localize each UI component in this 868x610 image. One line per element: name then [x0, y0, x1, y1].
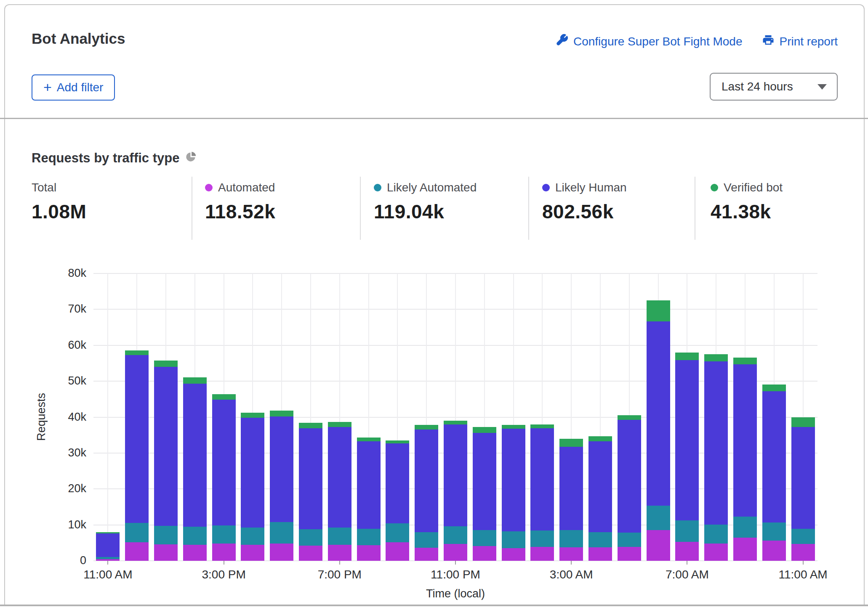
bar-segment-verified-bot [791, 417, 815, 427]
bar-segment-automated [675, 542, 699, 561]
bar-segment-verified-bot [212, 394, 236, 400]
bar-segment-automated [791, 544, 815, 561]
bar-segment-automated [125, 542, 149, 561]
bar-segment-likely-automated [212, 525, 236, 544]
bar-segment-likely-automated [299, 529, 322, 546]
bar-segment-likely-automated [647, 506, 670, 530]
bar-segment-likely-automated [791, 529, 815, 544]
bar-segment-verified-bot [154, 361, 178, 367]
bar-segment-likely-human [154, 367, 178, 526]
bar-segment-automated [183, 545, 207, 561]
y-tick-label: 10k [53, 518, 86, 531]
bar-segment-likely-human [675, 360, 699, 521]
bar-segment-verified-bot [328, 422, 351, 427]
bar-segment-likely-human [588, 441, 612, 532]
bar-segment-likely-automated [618, 533, 641, 547]
x-tick-mark [224, 561, 224, 565]
bar-segment-likely-human [444, 424, 467, 526]
bar-segment-likely-automated [415, 532, 438, 548]
bar-segment-automated [299, 546, 322, 561]
bar-segment-automated [386, 542, 409, 561]
bar-segment-automated [647, 530, 670, 561]
bar-segment-verified-bot [96, 532, 120, 533]
bar-segment-automated [733, 538, 757, 561]
x-tick-label: 11:00 PM [422, 568, 489, 581]
x-tick-mark [107, 561, 108, 565]
bar-segment-likely-human [96, 533, 120, 557]
bar-segment-automated [473, 546, 496, 561]
bar-segment-automated [444, 544, 467, 561]
bar-segment-automated [415, 548, 438, 561]
y-tick-label: 0 [53, 554, 86, 567]
bar-segment-likely-human [762, 391, 786, 522]
bar-segment-verified-bot [502, 425, 525, 429]
bar-segment-automated [241, 545, 264, 561]
bar-segment-likely-human [357, 441, 381, 529]
bar-segment-likely-human [241, 418, 264, 528]
bar-segment-likely-automated [125, 523, 149, 542]
bar-segment-automated [328, 545, 351, 561]
bar-segment-likely-human [212, 400, 236, 526]
requests-by-traffic-type-chart[interactable]: Requests Time (local) 010k20k30k40k50k60… [0, 0, 868, 610]
bar-segment-verified-bot [559, 439, 583, 447]
bar-segment-verified-bot [733, 358, 757, 364]
y-tick-label: 30k [53, 446, 86, 459]
bar-segment-verified-bot [647, 300, 670, 321]
bar-segment-verified-bot [473, 427, 496, 433]
bar-segment-automated [704, 544, 728, 561]
bar-segment-likely-human [125, 355, 149, 523]
bar-segment-verified-bot [357, 438, 381, 441]
bar-segment-verified-bot [125, 350, 149, 355]
bar-segment-automated [618, 547, 641, 561]
bar-segment-likely-human [618, 420, 641, 532]
bar-segment-verified-bot [588, 436, 612, 441]
bar-segment-automated [530, 547, 554, 561]
bar-segment-verified-bot [618, 415, 641, 420]
bar-segment-likely-human [502, 429, 525, 531]
bar-segment-likely-automated [733, 517, 757, 538]
bar-segment-likely-automated [502, 531, 525, 548]
bar-segment-likely-human [299, 428, 322, 529]
y-tick-label: 80k [53, 267, 86, 280]
bar-segment-likely-automated [357, 529, 381, 545]
bar-segment-likely-human [647, 321, 670, 506]
bar-segment-likely-human [733, 364, 757, 517]
bar-segment-likely-human [386, 443, 409, 523]
bar-segment-likely-human [270, 416, 293, 522]
x-tick-mark [455, 561, 456, 565]
y-tick-label: 70k [53, 302, 86, 316]
bar-segment-likely-automated [473, 530, 496, 546]
x-tick-label: 3:00 PM [190, 568, 258, 581]
x-tick-label: 11:00 AM [74, 568, 141, 581]
gridline [107, 273, 108, 561]
bar-segment-verified-bot [704, 354, 728, 361]
bar-segment-likely-automated [588, 532, 612, 548]
y-axis-title: Requests [35, 375, 48, 459]
bar-segment-verified-bot [530, 424, 554, 428]
bar-segment-verified-bot [675, 353, 699, 360]
bar-segment-likely-human [704, 361, 728, 525]
bar-segment-verified-bot [415, 425, 438, 429]
bar-segment-likely-automated [183, 527, 207, 545]
bar-segment-likely-human [183, 384, 207, 527]
y-tick-label: 40k [53, 411, 86, 424]
x-tick-mark [571, 561, 572, 565]
bar-segment-likely-automated [270, 522, 293, 544]
bar-segment-likely-human [530, 428, 554, 530]
bar-segment-automated [502, 548, 525, 561]
bar-segment-automated [270, 544, 293, 561]
bar-segment-likely-automated [530, 530, 554, 546]
bar-segment-likely-automated [154, 526, 178, 544]
bar-segment-likely-automated [444, 526, 467, 544]
bar-segment-likely-automated [328, 528, 351, 545]
x-axis-title: Time (local) [422, 587, 489, 600]
bar-segment-automated [212, 544, 236, 561]
x-tick-label: 7:00 PM [306, 568, 373, 581]
x-tick-mark [339, 561, 340, 565]
bar-segment-likely-automated [704, 525, 728, 544]
bar-segment-likely-automated [675, 520, 699, 541]
bar-segment-automated [559, 547, 583, 561]
bar-segment-likely-human [328, 427, 351, 528]
x-tick-mark [687, 561, 687, 565]
x-tick-label: 11:00 AM [769, 568, 837, 581]
